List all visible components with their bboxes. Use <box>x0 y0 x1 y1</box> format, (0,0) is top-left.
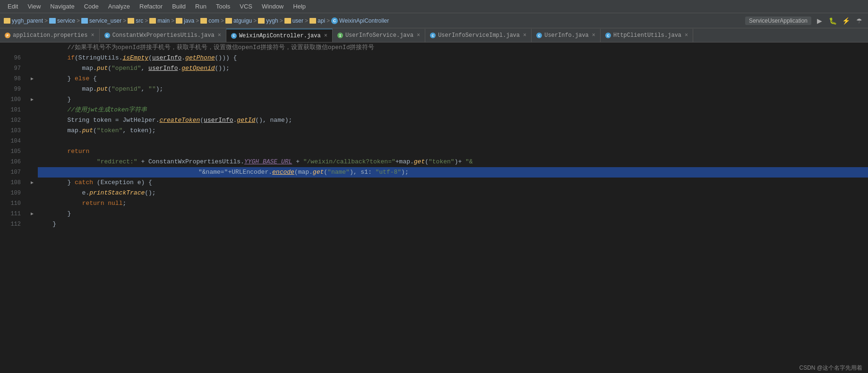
path-java[interactable]: java <box>176 17 194 24</box>
coverage-button[interactable]: ☂ <box>854 16 864 26</box>
tab-close-user-impl[interactable]: × <box>523 32 526 39</box>
path-controller-label[interactable]: WeixinApiController <box>339 17 389 24</box>
profile-button[interactable]: ⚡ <box>841 16 851 26</box>
path-yygh-label[interactable]: yygh <box>266 17 278 24</box>
fold-marker[interactable] <box>28 178 36 188</box>
path-user-label[interactable]: user <box>292 17 303 24</box>
tab-close-user-svc[interactable]: × <box>417 32 420 39</box>
path-atguigu-label[interactable]: atguigu <box>233 17 252 24</box>
path-sep-1: > <box>44 17 48 24</box>
line-number: 108 <box>0 178 25 188</box>
path-yygh-parent[interactable]: yygh_parent <box>12 17 43 24</box>
code-content[interactable]: //如果手机号不为openId拼接手机号，获取手机号，设置微信openId拼接符… <box>36 42 868 373</box>
tab-http-client[interactable]: C HttpClientUtils.java × <box>601 29 693 42</box>
path-root[interactable]: yygh_parent <box>4 17 43 24</box>
code-line[interactable]: map.put("openid", userInfo.getOpenid()); <box>38 63 868 74</box>
path-atguigu[interactable]: atguigu <box>225 17 252 24</box>
path-src-label[interactable]: src <box>136 17 143 24</box>
code-line[interactable]: //如果手机号不为openId拼接手机号，获取手机号，设置微信openId拼接符… <box>38 42 868 53</box>
tab-user-info-service[interactable]: I UserInfoService.java × <box>333 29 425 42</box>
code-line[interactable]: map.put("openid", ""); <box>38 84 868 94</box>
code-line[interactable]: String token = JwtHelper.createToken(use… <box>38 115 868 126</box>
path-user[interactable]: user <box>284 17 303 24</box>
path-service[interactable]: service <box>49 17 75 24</box>
folder-icon-service <box>49 18 56 24</box>
menu-navigate[interactable]: Navigate <box>46 2 78 11</box>
svg-marker-3 <box>31 212 34 215</box>
menu-bar: Edit View Navigate Code Analyze Refactor… <box>0 0 868 13</box>
path-controller[interactable]: C WeixinApiController <box>331 17 389 24</box>
code-line[interactable]: } catch (Exception e) { <box>38 178 868 188</box>
menu-vcs[interactable]: VCS <box>236 2 256 11</box>
menu-help[interactable]: Help <box>289 2 309 11</box>
code-line[interactable]: map.put("token", token); <box>38 126 868 136</box>
path-main[interactable]: main <box>149 17 170 24</box>
menu-window[interactable]: Window <box>258 2 287 11</box>
tab-application-properties[interactable]: P application.properties × <box>0 29 100 42</box>
debug-button[interactable]: 🐛 <box>827 16 838 26</box>
code-line[interactable]: } <box>38 209 868 219</box>
path-main-label[interactable]: main <box>157 17 170 24</box>
path-service-user-label[interactable]: service_user <box>89 17 121 24</box>
run-config-name[interactable]: ServiceUserApplication <box>745 17 811 25</box>
tab-user-info[interactable]: C UserInfo.java × <box>532 29 601 42</box>
menu-refactor[interactable]: Refactor <box>136 2 166 11</box>
run-button[interactable]: ▶ <box>814 16 825 26</box>
path-service-user[interactable]: service_user <box>81 17 121 24</box>
path-java-label[interactable]: java <box>184 17 194 24</box>
code-line[interactable]: "redirect:" + ConstantWxPropertiesUtils.… <box>38 157 868 167</box>
tab-close-http-client[interactable]: × <box>685 32 688 39</box>
code-line[interactable]: return <box>38 146 868 157</box>
path-api[interactable]: api <box>309 17 325 24</box>
fold-marker <box>28 84 36 94</box>
code-line[interactable] <box>38 136 868 146</box>
path-yygh[interactable]: yygh <box>258 17 278 24</box>
path-src[interactable]: src <box>128 17 143 24</box>
code-line[interactable]: } <box>38 219 868 229</box>
tab-weixin-api[interactable]: C WeixinApiController.java × <box>226 29 333 42</box>
fold-marker[interactable] <box>28 74 36 84</box>
menu-run[interactable]: Run <box>191 2 210 11</box>
path-com[interactable]: com <box>200 17 219 24</box>
code-line[interactable]: return null; <box>38 198 868 209</box>
code-line[interactable]: } <box>38 94 868 105</box>
line-number: 107 <box>0 167 25 178</box>
tab-close-weixin[interactable]: × <box>324 33 327 39</box>
path-com-label[interactable]: com <box>208 17 219 24</box>
tab-label-user-impl: UserInfoServiceImpl.java <box>438 32 520 39</box>
path-sep-8: > <box>253 17 257 24</box>
menu-analyze[interactable]: Analyze <box>104 2 134 11</box>
tab-close-app-props[interactable]: × <box>91 32 94 39</box>
tab-close-user-info[interactable]: × <box>592 32 595 39</box>
menu-tools[interactable]: Tools <box>212 2 234 11</box>
tab-icon-user-impl: C <box>430 33 436 38</box>
path-sep-6: > <box>196 17 199 24</box>
menu-edit[interactable]: Edit <box>4 2 22 11</box>
folder-icon-user <box>284 18 291 24</box>
menu-code[interactable]: Code <box>80 2 103 11</box>
code-line[interactable]: "&name="+URLEncoder.encode(map.get("name… <box>38 167 868 178</box>
tab-label-user-info: UserInfo.java <box>544 32 589 39</box>
tab-label-constant: ConstantWxPropertiesUtils.java <box>112 32 215 39</box>
line-number: 101 <box>0 105 25 115</box>
path-sep-5: > <box>171 17 174 24</box>
menu-view[interactable]: View <box>24 2 44 11</box>
class-icon-controller: C <box>331 17 338 24</box>
path-service-label[interactable]: service <box>57 17 75 24</box>
tab-user-info-impl[interactable]: C UserInfoServiceImpl.java × <box>425 29 532 42</box>
fold-marker <box>28 198 36 209</box>
tab-close-constant[interactable]: × <box>218 32 221 39</box>
fold-marker[interactable] <box>28 94 36 105</box>
menu-build[interactable]: Build <box>168 2 189 11</box>
code-line[interactable]: //使用jwt生成token字符串 <box>38 105 868 115</box>
code-line[interactable]: } else { <box>38 74 868 84</box>
code-line[interactable]: e.printStackTrace(); <box>38 188 868 198</box>
line-number: 112 <box>0 219 25 229</box>
path-api-label[interactable]: api <box>318 17 325 24</box>
fold-marker[interactable] <box>28 209 36 219</box>
tab-constant-wx[interactable]: C ConstantWxPropertiesUtils.java × <box>100 29 226 42</box>
line-number <box>0 42 25 53</box>
line-number: 97 <box>0 63 25 74</box>
code-line[interactable]: if(StringUtils.isEmpty(userInfo.getPhone… <box>38 53 868 63</box>
tab-label-app-props: application.properties <box>13 32 87 39</box>
